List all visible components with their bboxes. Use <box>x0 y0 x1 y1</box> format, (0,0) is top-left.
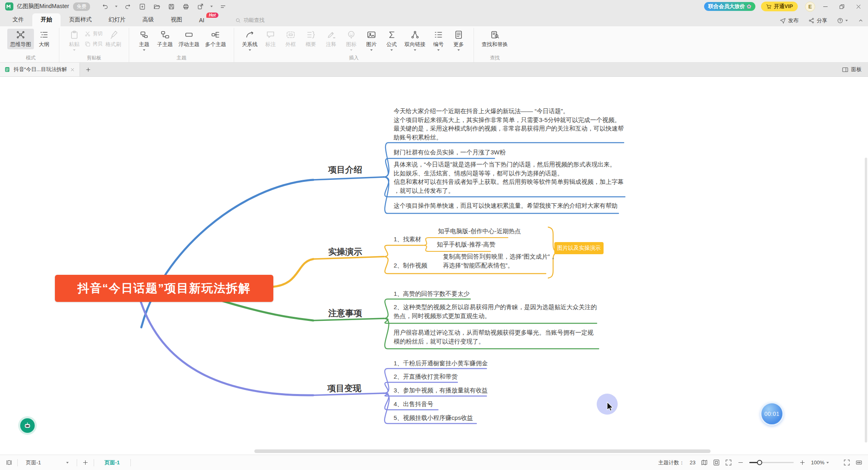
share-button[interactable]: 分享 <box>808 17 827 24</box>
bidirectional-link-caret[interactable] <box>414 49 416 51</box>
ai-assistant-button[interactable] <box>18 416 37 435</box>
branch-label-monetize[interactable]: 项目变现 <box>327 383 361 394</box>
redo-button[interactable] <box>123 2 132 11</box>
close-tab-icon[interactable] <box>70 67 75 72</box>
bidirectional-link-button[interactable]: 双向链接 <box>402 29 428 52</box>
restore-button[interactable] <box>839 4 845 10</box>
formula-caret[interactable] <box>390 49 393 51</box>
subtopic-button[interactable]: 子主题 <box>154 29 176 49</box>
summary-topic[interactable]: 图片以及实操演示 <box>554 242 604 254</box>
ribbon-tab-row: 文件 开始 页面样式 幻灯片 高级 视图 AI Hot 功能查找 发布 分享 <box>0 13 868 26</box>
topic-text[interactable]: 知乎电脑版-创作中心-近期热点 <box>438 227 521 236</box>
marker-icon <box>346 30 356 40</box>
floating-topic-button[interactable]: 浮动主题 <box>176 29 202 49</box>
page-overview-button[interactable] <box>6 459 13 466</box>
open-file-button[interactable] <box>152 2 161 11</box>
topic-text[interactable]: 1、高赞的回答字数不要太少 <box>394 289 470 298</box>
collapse-ribbon-button[interactable] <box>858 17 864 24</box>
tab-ai-label: AI <box>199 17 204 23</box>
central-topic[interactable]: 抖音“今日话题”项目新玩法拆解 <box>55 275 273 302</box>
topic-text[interactable]: 2、制作视频 <box>394 261 427 270</box>
new-tab-button[interactable] <box>80 63 96 76</box>
page-layout-button[interactable] <box>701 459 708 466</box>
multi-topic-button[interactable]: 多个主题 <box>202 29 229 49</box>
document-tab[interactable]: 抖音“今日...目玩法拆解 <box>0 63 80 76</box>
branch-label-intro[interactable]: 项目介绍 <box>328 164 362 175</box>
member-promo-banner[interactable]: 联合会员大放价 ✿ <box>704 2 755 11</box>
active-page-tab[interactable]: 页面-1 <box>99 459 126 466</box>
horizontal-scrollbar[interactable] <box>254 449 711 453</box>
expand-view-button[interactable] <box>725 459 732 466</box>
topic-text[interactable]: 知乎手机版-推荐-高赞 <box>437 240 495 249</box>
topic-button[interactable]: 主题 <box>134 29 154 52</box>
topic-text[interactable]: 今天给大家介绍一个近期在抖音上火爆的新玩法—— “今日话题”。 这个项目听起来很… <box>394 107 634 141</box>
print-button[interactable] <box>181 2 190 11</box>
zoom-slider[interactable] <box>749 460 794 466</box>
publish-button[interactable]: 发布 <box>780 17 799 24</box>
tab-page-style[interactable]: 页面样式 <box>61 13 100 26</box>
topic-text[interactable]: 财门社群有位会员实操，一个月涨了3W粉 <box>394 148 506 157</box>
topic-text[interactable]: 复制高赞回答到剪映里，选择“图文成片”， 再选择“智能匹配表情包”。 <box>443 252 582 270</box>
topic-text[interactable]: 1、找素材 <box>394 235 421 244</box>
feature-search[interactable]: 功能查找 <box>235 17 264 24</box>
new-file-button[interactable] <box>138 2 147 11</box>
zoom-in-button[interactable] <box>799 459 806 466</box>
fit-width-button[interactable] <box>855 459 862 466</box>
group-topic: 主题 子主题 浮动主题 多个主题 主题 <box>129 28 234 62</box>
topic-text[interactable]: 用户很容易通过评论互动，从而帮助视频获得更多曝光。当账号拥有一定规 模的粉丝后，… <box>394 328 608 346</box>
customize-toolbar-icon[interactable] <box>218 2 227 11</box>
branch-label-notes[interactable]: 注意事项 <box>328 308 362 319</box>
tab-file[interactable]: 文件 <box>4 13 32 26</box>
topic-text[interactable]: 3、参加中视频，有播放量就有收益 <box>394 386 488 395</box>
vertical-scrollbar[interactable] <box>865 158 867 443</box>
document-icon <box>4 66 10 73</box>
tab-slides[interactable]: 幻灯片 <box>100 13 134 26</box>
topic-text[interactable]: 5、视频挂载小程序赚cps收益 <box>394 413 473 422</box>
zoom-slider-knob[interactable] <box>757 460 762 465</box>
find-replace-button[interactable]: 查找和替换 <box>479 29 511 49</box>
close-button[interactable] <box>855 4 862 10</box>
undo-button[interactable] <box>101 2 109 11</box>
find-replace-label: 查找和替换 <box>482 41 508 48</box>
mindmap-mode-button[interactable]: 思维导图 <box>7 29 34 49</box>
save-button[interactable] <box>167 2 176 11</box>
topic-dropdown-caret[interactable] <box>143 49 145 51</box>
picture-button[interactable]: 图片 <box>361 29 382 52</box>
panel-toggle[interactable]: 面板 <box>835 63 868 76</box>
timer-widget[interactable]: 00:01 <box>760 402 784 426</box>
picture-caret[interactable] <box>370 49 373 51</box>
add-page-button[interactable] <box>82 459 89 466</box>
tab-advanced[interactable]: 高级 <box>134 13 162 26</box>
export-button[interactable] <box>196 2 205 11</box>
undo-dropdown-caret[interactable] <box>115 6 117 7</box>
numbering-button[interactable]: 编号 <box>428 29 449 52</box>
outline-mode-button[interactable]: 大纲 <box>34 29 54 49</box>
more-insert-button[interactable]: 更多 <box>449 29 469 52</box>
fullscreen-button[interactable] <box>843 459 850 466</box>
topic-text[interactable]: 具体来说，“今日话题”就是选择一个当下热门的话题，然后用视频的形式表现出来。 比… <box>394 160 634 195</box>
tab-home[interactable]: 开始 <box>32 13 61 26</box>
more-caret[interactable] <box>457 49 460 51</box>
branch-label-demo[interactable]: 实操演示 <box>328 246 362 257</box>
fit-content-button[interactable] <box>713 459 720 466</box>
topic-text[interactable]: 这个项目操作简单快速，而且可以快速积累流量。希望我接下来的介绍对大家有帮助 <box>394 201 618 210</box>
open-vip-button[interactable]: 开通VIP <box>761 2 798 11</box>
topic-text[interactable]: 4、出售抖音号 <box>394 400 433 409</box>
relation-line-button[interactable]: 关系线 <box>239 29 260 52</box>
zoom-level-dropdown[interactable]: 100% <box>811 459 829 466</box>
zoom-out-button[interactable] <box>737 459 744 466</box>
tab-ai[interactable]: AI Hot <box>191 14 213 26</box>
tab-view[interactable]: 视图 <box>162 13 191 26</box>
user-avatar[interactable]: E <box>805 2 815 12</box>
formula-button[interactable]: 公式 <box>382 29 402 52</box>
numbering-caret[interactable] <box>437 49 440 51</box>
page-select-dropdown[interactable]: 页面-1 <box>23 457 72 468</box>
help-button[interactable] <box>837 17 848 24</box>
topic-text[interactable]: 1、千粉后开通橱窗挂小黄车赚佣金 <box>394 359 488 368</box>
minimize-button[interactable] <box>822 4 828 10</box>
export-dropdown-caret[interactable] <box>210 6 213 7</box>
status-bar: 页面-1 页面-1 主题计数： 23 100% <box>0 455 868 470</box>
topic-text[interactable]: 2、这种类型的视频之所以容易获得用户的青睐，是因为选题贴近大众关注的 热点，同时… <box>394 303 610 320</box>
topic-text[interactable]: 2、开直播收打赏和带货 <box>394 372 457 381</box>
relation-line-caret[interactable] <box>249 49 251 51</box>
